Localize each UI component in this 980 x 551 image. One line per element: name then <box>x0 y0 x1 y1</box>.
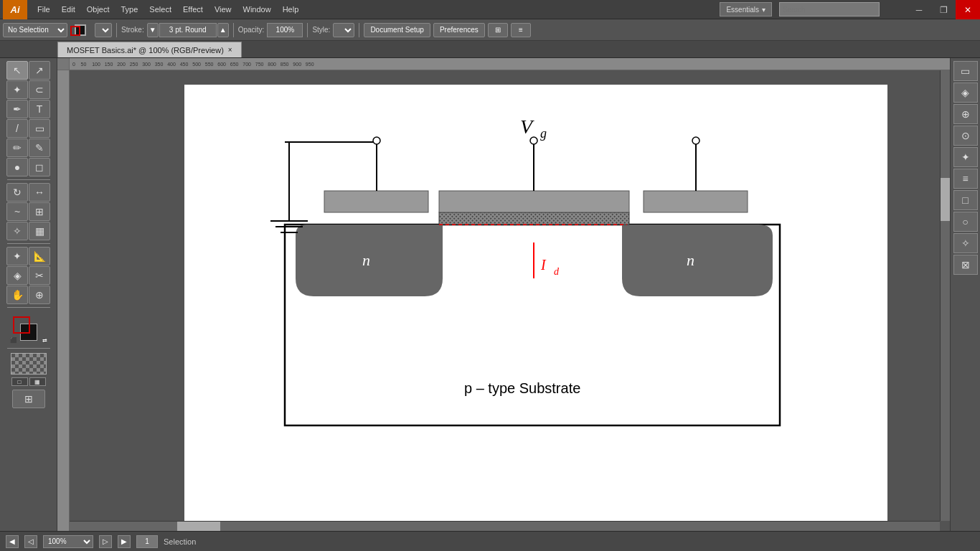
menu-edit[interactable]: Edit <box>56 4 81 15</box>
color-mode-none[interactable]: □ <box>11 377 28 386</box>
stroke-color-select[interactable] <box>95 23 112 37</box>
right-panel-btn-2[interactable]: ◈ <box>953 83 978 103</box>
svg-text:p – type Substrate: p – type Substrate <box>464 380 580 396</box>
search-box[interactable] <box>779 2 880 17</box>
right-panel-btn-6[interactable]: ≡ <box>953 169 978 189</box>
color-mode-gradient[interactable]: ▦ <box>29 377 46 386</box>
mosfet-diagram: I d <box>184 85 887 529</box>
color-mode-buttons: □ ▦ <box>11 377 46 386</box>
more-button[interactable]: ≡ <box>511 23 531 37</box>
menu-type[interactable]: Type <box>116 4 144 15</box>
lasso-tool[interactable]: ⊂ <box>29 80 50 99</box>
horizontal-scrollbar[interactable] <box>70 521 940 531</box>
restore-button[interactable]: ❐ <box>931 0 956 19</box>
line-tool[interactable]: / <box>6 119 28 138</box>
svg-point-15 <box>373 137 380 144</box>
type-tool[interactable]: T <box>29 100 50 118</box>
horizontal-scrollbar-thumb[interactable] <box>177 522 220 531</box>
white-canvas: I d <box>184 85 887 529</box>
stroke-color-box[interactable] <box>13 316 30 334</box>
rotate-tool[interactable]: ↻ <box>6 183 28 202</box>
close-button[interactable]: ✕ <box>956 0 980 19</box>
color-mode-box[interactable] <box>11 353 47 375</box>
direct-selection-tool[interactable]: ↗ <box>29 61 50 80</box>
menu-view[interactable]: View <box>209 4 237 15</box>
pencil-tool[interactable]: ✎ <box>29 138 50 157</box>
tool-row-2: ✦ ⊂ <box>6 80 50 99</box>
stroke-controls: ▼ ▲ <box>147 23 229 37</box>
separator-1 <box>116 23 117 37</box>
stroke-box <box>70 26 80 36</box>
zoom-select[interactable]: 100% <box>43 535 93 548</box>
zoom-tool[interactable]: ⊕ <box>29 286 50 304</box>
rect-tool[interactable]: ▭ <box>29 119 50 138</box>
hand-tool[interactable]: ✋ <box>6 286 28 304</box>
status-nav-next-page[interactable]: ▶ <box>118 535 131 548</box>
magic-wand-tool[interactable]: ✦ <box>6 80 28 99</box>
page-number-input[interactable] <box>136 535 158 548</box>
right-panel-btn-1[interactable]: ▭ <box>953 61 978 81</box>
eyedropper-tool[interactable]: ✦ <box>6 247 28 265</box>
opacity-input[interactable] <box>267 23 303 37</box>
column-graph-tool[interactable]: ▦ <box>29 222 50 240</box>
svg-text:n: n <box>687 251 694 269</box>
minimize-button[interactable]: ─ <box>907 0 931 19</box>
tool-row-6: ● ◻ <box>6 158 50 176</box>
search-input[interactable] <box>783 6 869 14</box>
selection-tool[interactable]: ↖ <box>6 61 28 80</box>
style-label: Style: <box>312 26 330 34</box>
ruler-side <box>57 70 70 531</box>
svg-rect-1 <box>439 212 629 225</box>
menu-window[interactable]: Window <box>237 4 277 15</box>
vertical-scrollbar-thumb[interactable] <box>941 178 950 221</box>
tab-close-button[interactable]: × <box>228 46 232 54</box>
default-colors-icon[interactable]: ⬛ <box>10 337 17 344</box>
stroke-width-input[interactable] <box>159 23 217 37</box>
right-panel-btn-4[interactable]: ⊙ <box>953 126 978 146</box>
menu-select[interactable]: Select <box>143 4 177 15</box>
ruler-tick: 0 50 100 150 200 250 300 350 400 450 500… <box>70 62 314 67</box>
separator-4 <box>359 23 359 37</box>
pen-tool[interactable]: ✒ <box>6 100 28 118</box>
scale-tool[interactable]: ↔ <box>29 183 50 202</box>
measure-tool[interactable]: 📐 <box>29 247 50 265</box>
right-panel-btn-9[interactable]: ✧ <box>953 233 978 253</box>
svg-point-21 <box>692 137 699 144</box>
vertical-scrollbar[interactable] <box>940 70 950 521</box>
menu-file[interactable]: File <box>32 4 56 15</box>
brush-tool[interactable]: ✏ <box>6 138 28 157</box>
right-panel-btn-7[interactable]: □ <box>953 190 978 210</box>
right-panel-btn-3[interactable]: ⊕ <box>953 104 978 124</box>
artboard-tool[interactable]: ⊞ <box>12 390 45 408</box>
style-select[interactable] <box>333 23 354 37</box>
swap-colors-icon[interactable]: ⇄ <box>42 337 47 344</box>
color-controls: ⬛ ⇄ <box>10 314 47 345</box>
stroke-up[interactable]: ▲ <box>217 23 229 37</box>
blend-tool[interactable]: ◈ <box>6 266 28 285</box>
status-artboard-prev[interactable]: ◁ <box>24 535 37 548</box>
right-panel-btn-5[interactable]: ✦ <box>953 147 978 167</box>
toolbox-divider-4 <box>7 348 50 349</box>
free-transform-tool[interactable]: ⊞ <box>29 202 50 221</box>
right-panel-btn-8[interactable]: ○ <box>953 212 978 232</box>
essentials-button[interactable]: Essentials ▾ <box>720 2 772 17</box>
stroke-down[interactable]: ▼ <box>147 23 159 37</box>
status-nav-prev-page[interactable]: ◀ <box>6 535 19 548</box>
menu-effect[interactable]: Effect <box>177 4 209 15</box>
tool-row-7: ↻ ↔ <box>6 183 50 202</box>
symbol-spray-tool[interactable]: ✧ <box>6 222 28 240</box>
status-artboard-next[interactable]: ▷ <box>99 535 112 548</box>
selection-indicator[interactable]: No Selection <box>3 23 67 37</box>
menu-object[interactable]: Object <box>81 4 116 15</box>
right-panel-btn-10[interactable]: ⊠ <box>953 255 978 275</box>
preferences-button[interactable]: Preferences <box>433 23 485 37</box>
document-tab[interactable]: MOSFET Basics.ai* @ 100% (RGB/Preview) × <box>57 42 242 57</box>
blob-brush-tool[interactable]: ● <box>6 158 28 176</box>
menu-help[interactable]: Help <box>277 4 305 15</box>
artboard-button[interactable]: ⊞ <box>12 390 45 408</box>
eraser-tool[interactable]: ◻ <box>29 158 50 176</box>
document-setup-button[interactable]: Document Setup <box>364 23 430 37</box>
warp-tool[interactable]: ~ <box>6 202 28 221</box>
arrange-button[interactable]: ⊞ <box>488 23 508 37</box>
scissors-tool[interactable]: ✂ <box>29 266 50 285</box>
